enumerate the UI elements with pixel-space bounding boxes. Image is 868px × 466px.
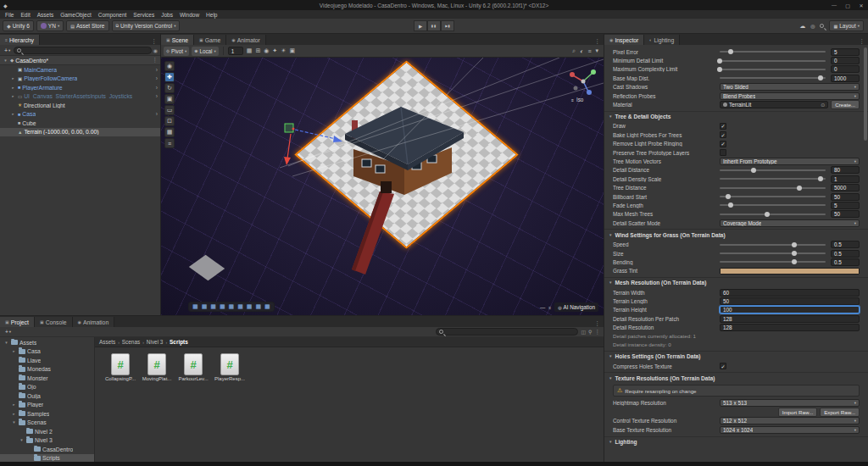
value-field[interactable]: 0.5 (831, 250, 860, 258)
pause-button[interactable]: ▮▮ (427, 20, 441, 31)
color-swatch[interactable] (720, 268, 860, 275)
account-dropdown[interactable]: YN ▾ (36, 20, 64, 31)
tab-hierarchy[interactable]: ≡ Hierarchy (0, 35, 40, 45)
breadcrumb-scripts[interactable]: Scripts (170, 339, 188, 345)
open-prefab-arrow[interactable]: › (156, 93, 158, 99)
handle-space-dropdown[interactable]: ⊕ Local ▾ (192, 47, 219, 56)
folder-scenas[interactable]: ▼Scenas (0, 419, 94, 428)
foldout-arrow[interactable]: ▼ (609, 440, 612, 444)
rect-tool[interactable]: ▭ (164, 105, 175, 115)
panel-menu-icon[interactable]: ⋮ (147, 38, 160, 45)
rotate-tool[interactable]: ↻ (164, 83, 175, 93)
value-field[interactable]: 0.5 (831, 258, 860, 266)
camera-settings-icon[interactable]: ▣ (289, 47, 297, 54)
bottom-tab-console[interactable]: ▣Console (35, 317, 73, 327)
dropdown[interactable]: 512 x 512▾ (720, 417, 860, 424)
inspector-tab-lighting[interactable]: ◐Lighting (644, 35, 680, 45)
foldout-arrow[interactable]: ▼ (609, 354, 612, 358)
checkbox[interactable] (720, 149, 726, 156)
folder-ojo[interactable]: Ojo (0, 383, 94, 392)
asset-movingplat[interactable]: #MovingPlat... (142, 353, 172, 381)
close-button[interactable]: ✕ (854, 0, 868, 10)
grid-size-field[interactable]: 1 (228, 47, 243, 55)
bottom-tab-project[interactable]: ▣Project (0, 317, 35, 327)
folder-samples[interactable]: ▸Samples (0, 409, 94, 419)
folder-monedas[interactable]: Monedas (0, 365, 94, 374)
folder-casadentro[interactable]: CasaDentro (0, 445, 94, 454)
hierarchy-item-directional-light[interactable]: ☀Directional Light (0, 101, 160, 110)
projection-mode[interactable]: ≡ Iso (571, 97, 583, 103)
scale-icon[interactable]: ▦ (237, 303, 243, 310)
menu-gameobject[interactable]: GameObject (57, 12, 95, 18)
audio-icon[interactable]: ▦ (264, 303, 270, 310)
slider[interactable] (720, 196, 826, 197)
slider-handle[interactable] (717, 58, 722, 64)
view-tab-scene[interactable]: ▣Scene (161, 35, 194, 45)
slider-handle[interactable] (726, 194, 731, 199)
menu-services[interactable]: Services (130, 12, 158, 18)
cloud-icon[interactable]: ☁ (799, 23, 805, 30)
import-raw-button[interactable]: Import Raw... (778, 408, 817, 417)
open-prefab-arrow[interactable]: › (156, 67, 158, 73)
scene-viewport[interactable]: ◉✚↻▣▭⊡▦≡ ≡ Iso ▦▦▦▦▦▦▦▦▦ — ≡ ◎ AI Naviga… (161, 58, 604, 315)
object-picker-icon[interactable]: ⊙ (821, 102, 825, 108)
slider[interactable] (720, 244, 826, 246)
folder-assets[interactable]: ▼Assets (0, 338, 94, 347)
section-mesh-resolution-on-terrain-data[interactable]: ▼Mesh Resolution (On Terrain Data) (604, 277, 868, 288)
hierarchy-search-input[interactable] (14, 47, 151, 54)
value-field[interactable]: 5 (831, 48, 860, 56)
asset-parkourlev[interactable]: #ParkourLev... (178, 353, 209, 381)
menu-assets[interactable]: Assets (34, 12, 58, 18)
slider-handle[interactable] (728, 202, 733, 208)
text-field[interactable]: 128 (720, 324, 860, 331)
slider-handle[interactable] (792, 259, 797, 264)
menu-component[interactable]: Component (95, 12, 131, 18)
maximize-button[interactable]: ▢ (841, 0, 854, 10)
scene-visibility-icon[interactable]: ◉ (153, 47, 158, 53)
open-prefab-arrow[interactable]: › (156, 85, 158, 91)
value-field[interactable]: 0.5 (831, 241, 860, 248)
object-field[interactable]: TerrainLit⊙ (720, 101, 828, 108)
value-field[interactable]: 1 (831, 175, 860, 183)
add-asset-button[interactable]: +▾ (3, 329, 13, 335)
slider-handle[interactable] (818, 176, 823, 181)
dropdown[interactable]: Two Sided▾ (720, 83, 860, 91)
export-raw-button[interactable]: Export Raw... (820, 408, 860, 417)
expand-arrow[interactable]: ▸ (10, 86, 16, 90)
foldout-arrow[interactable]: ▼ (609, 376, 612, 380)
lock-icon[interactable]: ⚲ (588, 329, 592, 335)
slider-handle[interactable] (717, 67, 722, 72)
expand-arrow[interactable]: ▸ (11, 402, 17, 407)
menu-file[interactable]: File (2, 12, 17, 18)
dropdown[interactable]: 513 x 513▾ (720, 399, 860, 407)
asset-playerresp[interactable]: #PlayerResp... (214, 353, 245, 381)
orientation-gizmo[interactable] (568, 66, 598, 97)
foldout-arrow[interactable]: ▼ (609, 280, 612, 285)
value-field[interactable]: 5 (831, 202, 860, 209)
menu-icon[interactable]: ≡ (548, 305, 551, 310)
folder-casa[interactable]: ▸Casa (0, 347, 94, 357)
expand-arrow[interactable]: ▸ (11, 412, 17, 416)
breadcrumb-nivel-3[interactable]: Nivel 3 (147, 339, 164, 345)
open-prefab-arrow[interactable]: › (156, 111, 158, 117)
hierarchy-item-playerarmature[interactable]: ▸■PlayerArmature› (0, 83, 160, 92)
slider[interactable] (720, 252, 826, 254)
hierarchy-item-maincamera[interactable]: ▣MainCamera› (0, 65, 160, 75)
inspector-scrollbar[interactable] (864, 47, 867, 141)
menu-help[interactable]: Help (203, 12, 220, 18)
folder-nivel-3[interactable]: ▼Nivel 3 (0, 436, 94, 446)
grid-snap-tool[interactable]: ▦ (164, 127, 175, 137)
version-control-button[interactable]: ⧉ Unity Version Control ▾ (112, 20, 181, 31)
move-icon[interactable]: ▦ (220, 303, 225, 310)
create-button[interactable]: Create... (831, 100, 860, 109)
light-icon[interactable]: ▦ (255, 303, 261, 310)
panel-menu-icon[interactable]: ⋮ (855, 38, 868, 45)
transform-tool[interactable]: ⊡ (164, 116, 175, 126)
scale-tool[interactable]: ▣ (164, 94, 175, 104)
chevron-down-icon[interactable]: ▾ (594, 47, 599, 54)
slider[interactable] (720, 261, 826, 263)
slider[interactable] (720, 204, 826, 206)
collapse-icon[interactable]: — (540, 304, 545, 310)
notifications-icon[interactable]: ◎ (810, 23, 815, 29)
overlay-menu-icon[interactable]: ≡ (587, 48, 592, 54)
